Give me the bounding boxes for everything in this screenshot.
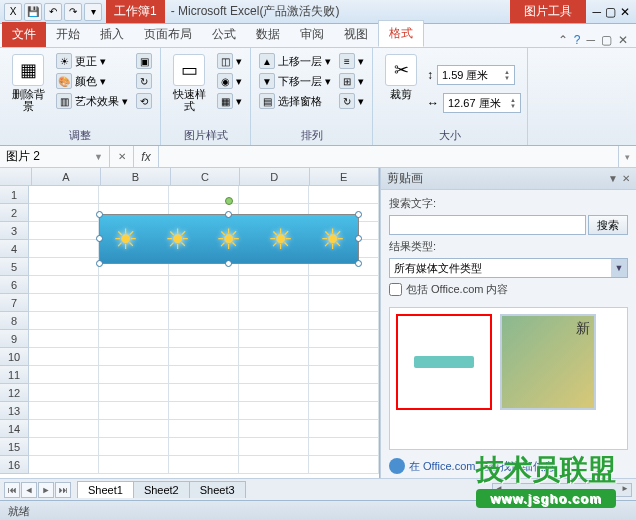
- col-header[interactable]: A: [32, 168, 101, 185]
- resize-handle[interactable]: [96, 260, 103, 267]
- restore-icon[interactable]: ▢: [605, 5, 616, 19]
- fx-icon[interactable]: fx: [134, 146, 158, 167]
- qat-dropdown-icon[interactable]: ▾: [84, 3, 102, 21]
- resize-handle[interactable]: [225, 260, 232, 267]
- search-input[interactable]: [389, 215, 586, 235]
- picture-effects-button[interactable]: ◉▾: [215, 72, 244, 90]
- resize-handle[interactable]: [96, 211, 103, 218]
- resize-handle[interactable]: [355, 211, 362, 218]
- selection-pane-button[interactable]: ▤选择窗格: [257, 92, 333, 110]
- search-button[interactable]: 搜索: [588, 215, 628, 235]
- row-header[interactable]: 16: [0, 456, 29, 474]
- tab-data[interactable]: 数据: [246, 22, 290, 47]
- pane-dropdown-icon[interactable]: ▼: [608, 173, 618, 184]
- next-sheet-icon[interactable]: ►: [38, 482, 54, 498]
- reset-picture-button[interactable]: ⟲: [134, 92, 154, 110]
- tab-review[interactable]: 审阅: [290, 22, 334, 47]
- pane-close-icon[interactable]: ✕: [622, 173, 630, 184]
- change-picture-button[interactable]: ↻: [134, 72, 154, 90]
- sheet-tab[interactable]: Sheet1: [77, 481, 134, 498]
- resize-handle[interactable]: [355, 235, 362, 242]
- undo-icon[interactable]: ↶: [44, 3, 62, 21]
- tab-view[interactable]: 视图: [334, 22, 378, 47]
- rotate-button[interactable]: ↻▾: [337, 92, 366, 110]
- group-button[interactable]: ⊞▾: [337, 72, 366, 90]
- selected-picture[interactable]: [99, 214, 359, 264]
- redo-icon[interactable]: ↷: [64, 3, 82, 21]
- corrections-button[interactable]: ☀更正 ▾: [54, 52, 130, 70]
- row-header[interactable]: 1: [0, 186, 29, 204]
- sun-icon: ☀: [56, 53, 72, 69]
- color-button[interactable]: 🎨颜色 ▾: [54, 72, 130, 90]
- help-icon[interactable]: ?: [574, 33, 581, 47]
- first-sheet-icon[interactable]: ⏮: [4, 482, 20, 498]
- row-header[interactable]: 2: [0, 204, 29, 222]
- clipart-task-pane: 剪贴画 ▼ ✕ 搜索文字: 搜索 结果类型: 所有媒体文件类型▼ 包括 Offi…: [380, 168, 636, 478]
- result-type-combo[interactable]: 所有媒体文件类型▼: [389, 258, 628, 278]
- align-button[interactable]: ≡▾: [337, 52, 366, 70]
- row-header[interactable]: 13: [0, 402, 29, 420]
- name-box[interactable]: 图片 2▼: [0, 146, 110, 167]
- bring-forward-button[interactable]: ▲上移一层 ▾: [257, 52, 333, 70]
- doc-restore-icon[interactable]: ▢: [601, 33, 612, 47]
- artistic-effects-button[interactable]: ▥艺术效果 ▾: [54, 92, 130, 110]
- worksheet-area[interactable]: A B C D E 1 2 3 4 5 6 7 8 9 10 11 12 13 …: [0, 168, 380, 478]
- row-header[interactable]: 11: [0, 366, 29, 384]
- prev-sheet-icon[interactable]: ◄: [21, 482, 37, 498]
- tab-file[interactable]: 文件: [2, 22, 46, 47]
- send-backward-button[interactable]: ▼下移一层 ▾: [257, 72, 333, 90]
- last-sheet-icon[interactable]: ⏭: [55, 482, 71, 498]
- doc-close-icon[interactable]: ✕: [618, 33, 628, 47]
- resize-handle[interactable]: [225, 211, 232, 218]
- tab-format[interactable]: 格式: [378, 20, 424, 47]
- row-header[interactable]: 6: [0, 276, 29, 294]
- save-icon[interactable]: 💾: [24, 3, 42, 21]
- col-header[interactable]: C: [171, 168, 240, 185]
- row-header[interactable]: 10: [0, 348, 29, 366]
- row-header[interactable]: 7: [0, 294, 29, 312]
- excel-icon[interactable]: X: [4, 3, 22, 21]
- clipart-thumbnail[interactable]: [500, 314, 596, 410]
- tab-home[interactable]: 开始: [46, 22, 90, 47]
- tab-insert[interactable]: 插入: [90, 22, 134, 47]
- minimize-icon[interactable]: ─: [592, 5, 601, 19]
- close-icon[interactable]: ✕: [620, 5, 630, 19]
- height-input[interactable]: 1.59 厘米▲▼: [437, 65, 515, 85]
- cancel-formula-icon[interactable]: ✕: [110, 146, 134, 167]
- row-header[interactable]: 8: [0, 312, 29, 330]
- col-header[interactable]: E: [310, 168, 379, 185]
- row-header[interactable]: 3: [0, 222, 29, 240]
- crop-button[interactable]: ✂ 裁剪: [379, 52, 423, 126]
- sheet-tab[interactable]: Sheet2: [133, 481, 190, 498]
- select-all-corner[interactable]: [0, 168, 32, 185]
- rotate-handle[interactable]: [225, 197, 233, 205]
- expand-formula-icon[interactable]: ▾: [618, 146, 636, 167]
- row-header[interactable]: 5: [0, 258, 29, 276]
- formula-input[interactable]: [158, 146, 618, 167]
- resize-handle[interactable]: [355, 260, 362, 267]
- width-icon: ↔: [427, 96, 439, 110]
- compress-button[interactable]: ▣: [134, 52, 154, 70]
- col-header[interactable]: B: [101, 168, 170, 185]
- tab-layout[interactable]: 页面布局: [134, 22, 202, 47]
- include-office-checkbox[interactable]: [389, 283, 402, 296]
- width-input[interactable]: 12.67 厘米▲▼: [443, 93, 521, 113]
- row-header[interactable]: 12: [0, 384, 29, 402]
- picture-border-button[interactable]: ◫▾: [215, 52, 244, 70]
- minimize-ribbon-icon[interactable]: ⌃: [558, 33, 568, 47]
- group-icon: ⊞: [339, 73, 355, 89]
- doc-minimize-icon[interactable]: ─: [586, 33, 595, 47]
- remove-background-button[interactable]: ▦ 删除背景: [6, 52, 50, 126]
- picture-layout-button[interactable]: ▦▾: [215, 92, 244, 110]
- tab-formulas[interactable]: 公式: [202, 22, 246, 47]
- row-header[interactable]: 9: [0, 330, 29, 348]
- resize-handle[interactable]: [96, 235, 103, 242]
- sheet-tab[interactable]: Sheet3: [189, 481, 246, 498]
- row-header[interactable]: 4: [0, 240, 29, 258]
- clipart-thumbnail[interactable]: [396, 314, 492, 410]
- row-header[interactable]: 14: [0, 420, 29, 438]
- remove-bg-icon: ▦: [12, 54, 44, 86]
- row-header[interactable]: 15: [0, 438, 29, 456]
- col-header[interactable]: D: [240, 168, 309, 185]
- quick-styles-button[interactable]: ▭ 快速样式: [167, 52, 211, 126]
